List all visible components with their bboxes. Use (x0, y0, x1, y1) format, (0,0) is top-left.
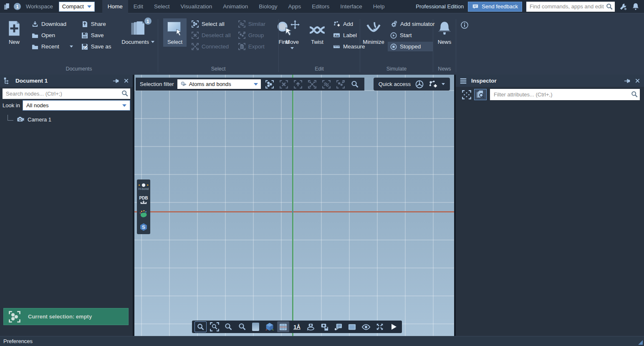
move-dropdown-icon[interactable] (290, 47, 294, 49)
documents-button[interactable]: 1 Documents (126, 18, 150, 47)
search-icon[interactable] (121, 90, 129, 97)
play-button[interactable] (387, 321, 399, 332)
tab-home[interactable]: Home (102, 0, 128, 13)
preferences-link[interactable]: Preferences (3, 338, 33, 344)
tools-wrench-icon[interactable] (619, 3, 627, 11)
tab-editors[interactable]: Editors (306, 0, 335, 13)
minimize-button[interactable]: Minimize (362, 18, 385, 47)
pin-icon[interactable] (624, 78, 631, 84)
inspect-selection-button[interactable] (460, 89, 472, 100)
pin-icon[interactable] (113, 78, 119, 84)
search-icon[interactable] (606, 3, 613, 10)
scale-unit-button[interactable]: 1Å (291, 321, 303, 332)
tab-animation[interactable]: Animation (217, 0, 253, 13)
quick-access-label: Quick access (379, 81, 411, 87)
label-icon (333, 32, 340, 39)
viewport-3d[interactable]: Selection filter Atoms and bonds Quick a… (134, 75, 454, 336)
recent-button[interactable]: Recent (29, 42, 76, 51)
quick-access-bar: Quick access (374, 78, 450, 91)
share-button[interactable]: Share (79, 19, 114, 29)
stopped-state-button[interactable]: Stopped (388, 42, 433, 51)
zoom-in-button[interactable]: + (222, 321, 234, 332)
hbond-label: H-bond (139, 187, 149, 191)
add-atoms-icon[interactable] (428, 80, 437, 89)
filter-select-similar-button[interactable] (321, 79, 332, 89)
documents-dropdown-icon (151, 41, 154, 43)
open-button[interactable]: Open (29, 30, 76, 40)
tree-elbow (8, 115, 13, 121)
tree-item-camera[interactable]: Camera 1 (8, 116, 133, 123)
save-snapshot-button[interactable] (318, 321, 331, 332)
zoom-fit-button[interactable] (208, 321, 220, 332)
tab-interface[interactable]: Interface (335, 0, 368, 13)
select-tool-button[interactable]: Select (163, 18, 187, 47)
grid-toggle-button[interactable] (277, 321, 289, 332)
new-button[interactable]: New (3, 18, 26, 47)
app-window: 1 Workspace Compact Home Edit Select Vis… (0, 0, 644, 346)
move-button[interactable]: Move (280, 18, 304, 51)
fullscreen-button[interactable] (374, 321, 386, 332)
filter-select-parent-button[interactable] (293, 79, 303, 89)
filter-select-connected-button[interactable] (307, 79, 318, 89)
filter-deselect-button[interactable] (278, 79, 289, 89)
filter-group-button[interactable] (335, 79, 346, 89)
recent-dropdown-icon[interactable] (70, 45, 73, 48)
view-cube-button[interactable] (263, 321, 275, 332)
navigation-wheel-icon[interactable] (415, 80, 424, 89)
tab-edit[interactable]: Edit (128, 0, 149, 13)
visibility-button[interactable] (360, 321, 372, 332)
deselect-all-icon (192, 32, 199, 39)
surface-tool-button[interactable] (138, 207, 149, 220)
deselect-all-button[interactable]: Deselect all (189, 30, 233, 40)
tab-biology[interactable]: Biology (253, 0, 283, 13)
news-button[interactable]: News (433, 18, 456, 47)
attribute-filter-input[interactable] (490, 89, 640, 100)
annotation-button[interactable] (332, 321, 344, 332)
tab-apps[interactable]: Apps (283, 0, 307, 13)
workspace-label[interactable]: Workspace (26, 3, 53, 10)
resize-grip[interactable] (638, 340, 643, 345)
save-button[interactable]: Save (79, 30, 114, 40)
info-icon[interactable] (460, 21, 469, 75)
menu-hamburger-icon[interactable] (459, 77, 467, 85)
download-button[interactable]: Download (29, 19, 76, 29)
pdb-download-button[interactable]: PDB (138, 194, 149, 206)
open-documents-icon[interactable] (3, 3, 10, 10)
inspect-documents-button[interactable] (474, 89, 487, 100)
background-color-button[interactable] (250, 321, 262, 332)
tab-select[interactable]: Select (149, 0, 175, 13)
start-simulation-button[interactable]: Start (388, 30, 433, 40)
select-all-button[interactable]: Select all (189, 19, 233, 29)
command-search-input[interactable] (526, 2, 615, 12)
select-connected-button[interactable]: Connected (189, 42, 233, 51)
quick-access-dropdown-icon[interactable] (442, 83, 445, 85)
tab-help[interactable]: Help (368, 0, 390, 13)
zoom-out-button[interactable]: − (236, 321, 248, 332)
search-icon[interactable] (631, 91, 638, 98)
hbond-tool-button[interactable]: H-bond (138, 181, 149, 193)
current-selection-bar[interactable]: Current selection: empty (3, 308, 129, 325)
selection-filter-select[interactable]: Atoms and bonds (177, 79, 261, 89)
samson-app-button[interactable] (138, 221, 149, 233)
twist-button[interactable]: Twist (306, 18, 329, 47)
zoom-tool-button[interactable] (194, 321, 207, 332)
selection-filter-label: Selection filter (140, 81, 174, 87)
filter-find-button[interactable] (349, 79, 360, 89)
close-icon[interactable] (123, 78, 129, 84)
workspace-mode-select[interactable]: Compact (59, 2, 95, 12)
save-as-button[interactable]: Save as (79, 42, 114, 51)
tab-visualization[interactable]: Visualization (175, 0, 218, 13)
export-selection-button[interactable]: Export (236, 42, 268, 51)
look-in-select[interactable]: All nodes (23, 100, 130, 111)
camera-orbit-button[interactable] (305, 321, 317, 332)
select-rect-cursor-icon (167, 20, 183, 37)
notifications-bell-icon[interactable] (631, 3, 640, 11)
group-button[interactable]: Group (236, 30, 268, 40)
add-simulator-button[interactable]: Add simulator (388, 19, 433, 29)
send-feedback-button[interactable]: Send feedback (468, 2, 522, 12)
close-icon[interactable] (634, 78, 641, 84)
select-similar-button[interactable]: Similar (236, 19, 268, 29)
node-search-input[interactable] (3, 88, 130, 99)
filter-select-all-button[interactable] (264, 79, 275, 89)
viewport-layout-button[interactable] (346, 321, 358, 332)
